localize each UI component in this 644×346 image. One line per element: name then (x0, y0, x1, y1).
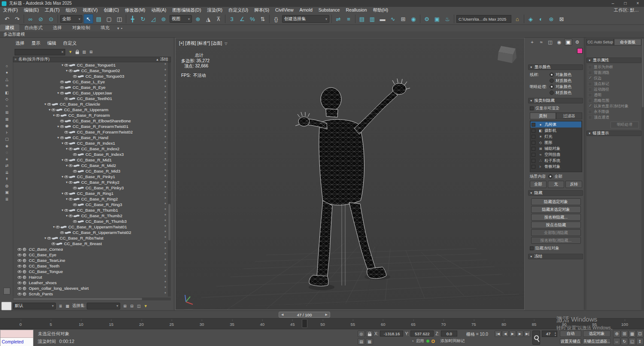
display-property-row[interactable]: 永不降级 (586, 109, 641, 115)
previous-frame-icon[interactable]: ◀ (281, 313, 283, 316)
rollout-link-display[interactable]: ▼ 链接显示 (586, 131, 641, 136)
tree-row[interactable]: ▼CC_Base_R_Upperarm* (13, 107, 167, 112)
visibility-eye-icon[interactable] (64, 192, 68, 195)
ribbon-tab[interactable]: 对象绘制 (67, 24, 95, 31)
listener-output[interactable]: Completed (0, 338, 33, 346)
key-next-button[interactable]: ▶ (516, 331, 523, 337)
freeze-toggle-icon[interactable]: * (164, 258, 166, 263)
display-lights-icon[interactable]: ☀ (3, 83, 10, 89)
freeze-toggle-icon[interactable]: * (164, 241, 166, 246)
explorer-menu-item[interactable]: 编辑 (47, 40, 56, 46)
freeze-toggle-icon[interactable]: * (164, 191, 166, 196)
tree-row[interactable]: ▼CC_Base_R_Pinky1* (13, 174, 167, 179)
select-and-move-icon[interactable]: ╋ (128, 14, 137, 24)
display-helpers-icon[interactable]: ◇ (3, 96, 10, 103)
tree-row[interactable]: ▼CC_Base_R_Index1* (13, 140, 167, 146)
menu-item[interactable]: 编辑(E) (21, 7, 42, 13)
viewport-label[interactable]: [+] [透视] [标准*] [边面] ▽ (179, 40, 227, 46)
visibility-eye-icon[interactable] (60, 137, 64, 139)
select-and-manipulate-icon[interactable]: ◮ (204, 14, 213, 24)
visibility-eye-icon[interactable] (47, 237, 51, 240)
category-checkbox[interactable] (532, 123, 535, 127)
statistics-toggle-icon[interactable]: ▦ (366, 338, 373, 345)
viewport-filter-icon[interactable]: ▽ (225, 42, 227, 46)
freeze-toggle-icon[interactable]: * (164, 169, 166, 173)
rollout-freeze[interactable]: ▼ 冻结 (528, 254, 583, 259)
tree-row[interactable]: CC_Base_R_Eye* (13, 85, 167, 90)
align-icon[interactable]: ≡ (344, 14, 353, 24)
macro-recorder-pane[interactable] (0, 330, 33, 338)
category-checkbox[interactable] (532, 159, 535, 163)
auto-key-button[interactable]: 自动 (560, 331, 581, 337)
freeze-toggle-icon[interactable]: * (164, 269, 166, 274)
explorer-config-icon[interactable]: ⊞ (88, 49, 94, 55)
ribbon-options-icon[interactable]: ▾ (117, 26, 119, 30)
workspace-selector[interactable]: 工作区: 默… (614, 7, 644, 13)
visibility-eye-icon[interactable] (60, 125, 64, 128)
set-keys-mode-button[interactable]: 设置关键点 (560, 338, 581, 345)
wireframe-object-color-radio[interactable] (550, 73, 554, 77)
freeze-toggle-icon[interactable]: * (164, 74, 166, 79)
angle-snap-toggle-icon[interactable]: ∠ (237, 14, 247, 24)
visibility-eye-icon[interactable] (60, 120, 64, 122)
visibility-eye-icon[interactable] (52, 109, 55, 111)
freeze-toggle-icon[interactable]: * (164, 185, 166, 190)
tree-row[interactable]: ▼CC_Base_R_ForearmTwist01* (13, 124, 167, 129)
visibility-eye-icon[interactable] (64, 131, 68, 134)
category-checkbox[interactable] (532, 153, 535, 157)
freeze-toggle-icon[interactable]: * (164, 225, 166, 229)
freeze-column-header[interactable]: 冻结 (160, 57, 168, 62)
tree-row[interactable]: ▼CC_Base_Tongue02* (13, 68, 167, 73)
collapse-arrow-icon[interactable]: ▼ (61, 175, 64, 178)
isolate-selection-icon[interactable]: ◈ (526, 14, 535, 24)
y-coordinate-field[interactable]: 537.622 (410, 331, 434, 337)
ribbon-tab[interactable]: 选择 (48, 24, 67, 31)
scrollbar-thumb[interactable] (13, 298, 142, 300)
name-column-header[interactable]: 名称(按升序排序) (18, 57, 50, 62)
collapse-arrow-icon[interactable]: ▼ (65, 164, 69, 167)
property-checkbox[interactable] (588, 99, 592, 103)
visibility-eye-icon[interactable] (73, 203, 77, 206)
object-color-swatch[interactable] (577, 48, 583, 54)
render-production-icon[interactable]: ♨ (443, 14, 452, 24)
visibility-eye-icon[interactable] (18, 293, 21, 295)
ribbon-tab[interactable]: 填充 (95, 24, 115, 31)
display-spacewarps-icon[interactable]: ≈ (3, 103, 10, 109)
visibility-eye-icon[interactable] (64, 142, 68, 145)
freeze-toggle-icon[interactable]: * (164, 96, 166, 101)
maximize-button[interactable]: □ (619, 0, 632, 7)
freeze-toggle-icon[interactable]: * (164, 102, 166, 106)
visibility-eye-icon[interactable] (69, 148, 73, 150)
category-row[interactable]: ◇图形 (531, 140, 581, 146)
viewport-canvas[interactable] (176, 38, 524, 310)
collapse-arrow-icon[interactable]: ▼ (52, 114, 56, 117)
schematic-view-icon[interactable]: ⊞ (398, 14, 408, 24)
select-and-place-icon[interactable]: ⊚ (159, 14, 168, 24)
orbit-button[interactable]: ↻ (621, 338, 628, 345)
freeze-toggle-icon[interactable]: * (164, 208, 166, 212)
ribbon-panel-icon[interactable]: ▪ (121, 26, 122, 30)
category-row[interactable]: ◧摄影机 (531, 127, 581, 134)
visibility-eye-icon[interactable] (69, 164, 73, 167)
select-by-name-icon[interactable]: ▤ (94, 14, 103, 24)
current-frame-field[interactable]: 47 ▲▼ (542, 331, 557, 337)
visibility-eye-icon[interactable] (73, 170, 77, 173)
visibility-eye-icon[interactable] (69, 181, 73, 184)
display-property-row[interactable]: 运动路径 (586, 87, 641, 92)
selection-filter-dropdown[interactable]: 全部▾ (60, 15, 82, 23)
sort-by-hierarchy-icon[interactable]: ≣ (57, 303, 64, 309)
arnold-render-view-icon[interactable]: ⊛ (547, 14, 556, 24)
tree-row[interactable]: CC_Base_R_Mid3* (13, 168, 167, 174)
x-coordinate-field[interactable]: -1318.16 (380, 331, 403, 337)
lock-explorer-icon[interactable]: ▣ (3, 189, 10, 196)
maximize-viewport-button[interactable]: ◱ (629, 338, 636, 345)
collapse-arrow-icon[interactable]: ▼ (65, 181, 69, 184)
visibility-eye-icon[interactable] (60, 92, 64, 94)
tree-row[interactable]: CC_Base_Eye* (13, 252, 167, 258)
tree-row[interactable]: CC_Base_R_UpperarmTwist02* (13, 230, 167, 235)
property-checkbox[interactable] (588, 65, 592, 69)
unlink-selection-icon[interactable]: ⊘ (36, 14, 46, 24)
freeze-toggle-icon[interactable]: * (164, 91, 166, 95)
material-editor-icon[interactable]: ◉ (409, 14, 418, 24)
display-tab[interactable]: ▣ (564, 39, 572, 46)
